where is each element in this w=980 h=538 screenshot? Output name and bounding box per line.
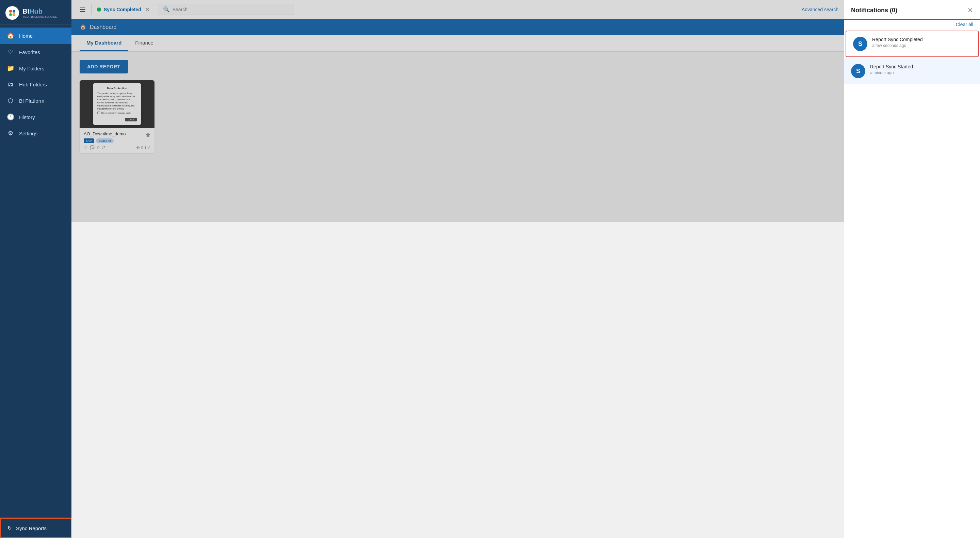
notification-message-2: Report Sync Started [870, 64, 913, 69]
views-count: 0 [141, 146, 143, 150]
notification-content-1: Report Sync Completed a few seconds ago [872, 37, 923, 48]
my-folders-icon: 📁 [7, 65, 14, 72]
notification-time-1: a few seconds ago [872, 43, 923, 48]
modal-close-button[interactable]: Close [125, 117, 137, 121]
add-report-button[interactable]: ADD REPORT [80, 60, 128, 73]
sidebar-item-bi-platform[interactable]: ⬡ BI Platform [0, 92, 72, 109]
report-card-body: AO_Downtime_demo 🗑 SAP BOBJ Int ♡ 💬 0 ⇄ … [80, 128, 154, 153]
notifications-header: Notifications (0) ✕ [844, 0, 980, 20]
sidebar-item-bi-platform-label: BI Platform [19, 98, 44, 104]
notifications-list: S Report Sync Completed a few seconds ag… [844, 29, 980, 538]
logo-text: BIHub YOUR BI SEARCH ENGINE [22, 8, 57, 18]
tab-my-dashboard[interactable]: My Dashboard [80, 35, 128, 51]
report-card: Data Protection This product contains op… [80, 80, 154, 153]
notification-time-2: a minute ago [870, 70, 913, 75]
logo-icon [5, 6, 19, 20]
sidebar-item-hub-folders[interactable]: 🗂 Hub Folders [0, 76, 72, 92]
sidebar-item-history[interactable]: 🕐 History [0, 109, 72, 125]
like-icon[interactable]: ♡ [84, 145, 87, 150]
sidebar-bottom: ↻ Sync Reports [0, 517, 72, 538]
comment-count: 0 [97, 146, 99, 150]
sync-reports-button[interactable]: ↻ Sync Reports [0, 518, 72, 538]
main-area: ☰ Sync Completed ✕ 🔍 Advanced search 🏠 D… [72, 0, 844, 538]
notification-content-2: Report Sync Started a minute ago [870, 64, 913, 75]
notification-item-1[interactable]: S Report Sync Completed a few seconds ag… [846, 30, 978, 57]
advanced-search-link[interactable]: Advanced search [802, 7, 838, 12]
svg-point-0 [9, 10, 12, 13]
content-area: 🏠 Dashboard My Dashboard Finance ADD REP… [72, 19, 844, 538]
sap-tag: SAP [84, 138, 94, 143]
report-name: AO_Downtime_demo [84, 131, 126, 136]
sidebar-item-history-label: History [19, 114, 35, 120]
logo: BIHub YOUR BI SEARCH ENGINE [0, 0, 72, 25]
logo-hub: Hub [29, 8, 43, 15]
data-protection-modal: Data Protection This product contains op… [93, 83, 141, 125]
sidebar-item-settings-label: Settings [19, 130, 37, 136]
share-icon[interactable]: ⇄ [102, 145, 105, 150]
dashboard-tabs: My Dashboard Finance [72, 35, 844, 52]
search-bar[interactable]: 🔍 [158, 4, 294, 15]
hub-folders-icon: 🗂 [7, 81, 14, 88]
svg-point-2 [9, 13, 12, 16]
notifications-title: Notifications (0) [851, 7, 897, 14]
comment-icon[interactable]: 💬 [90, 145, 95, 150]
modal-body: This product contains open or freely con… [97, 92, 137, 111]
sidebar-item-my-folders-label: My Folders [19, 66, 44, 71]
notification-avatar-2: S [851, 64, 865, 78]
report-actions: ♡ 💬 0 ⇄ 👁 0 ℹ ⤢ [84, 145, 150, 150]
sync-dot-icon [97, 8, 101, 11]
notifications-close-icon[interactable]: ✕ [967, 6, 973, 14]
hamburger-icon[interactable]: ☰ [77, 3, 89, 16]
settings-icon: ⚙ [7, 130, 14, 137]
modal-checkbox[interactable] [97, 111, 100, 114]
bi-platform-icon: ⬡ [7, 97, 14, 105]
sync-reports-icon: ↻ [8, 525, 12, 531]
sidebar-item-favorites-label: Favorites [19, 49, 40, 55]
tab-finance[interactable]: Finance [128, 35, 160, 51]
sidebar-nav: 🏠 Home ♡ Favorites 📁 My Folders 🗂 Hub Fo… [0, 25, 72, 517]
favorites-icon: ♡ [7, 48, 14, 56]
info-icon[interactable]: ℹ [145, 145, 146, 150]
svg-point-3 [13, 13, 15, 16]
tab-close-icon[interactable]: ✕ [145, 7, 150, 12]
clear-all-button[interactable]: Clear all [844, 20, 980, 29]
sync-reports-label: Sync Reports [16, 525, 47, 531]
sync-completed-tab[interactable]: Sync Completed ✕ [91, 4, 155, 15]
notification-message-1: Report Sync Completed [872, 37, 923, 42]
sidebar-item-hub-folders-label: Hub Folders [19, 82, 47, 87]
search-icon: 🔍 [163, 6, 170, 13]
report-card-image: Data Protection This product contains op… [80, 80, 154, 128]
expand-icon[interactable]: ⤢ [147, 145, 150, 150]
history-icon: 🕐 [7, 113, 14, 121]
dashboard-header-icon: 🏠 [80, 24, 86, 30]
tab-label: Sync Completed [104, 7, 141, 12]
sidebar-item-home[interactable]: 🏠 Home [0, 27, 72, 44]
notification-item-2[interactable]: S Report Sync Started a minute ago [844, 59, 980, 84]
notification-avatar-1: S [853, 37, 867, 51]
sidebar-item-settings[interactable]: ⚙ Settings [0, 125, 72, 141]
bobj-tag: BOBJ Int [96, 138, 114, 143]
notifications-panel: Notifications (0) ✕ Clear all S Report S… [844, 0, 980, 538]
sidebar-item-home-label: Home [19, 33, 33, 39]
delete-report-icon[interactable]: 🗑 [146, 132, 150, 138]
dashboard-header-label: Dashboard [90, 24, 116, 30]
views-icon: 👁 [136, 146, 140, 150]
logo-sub: YOUR BI SEARCH ENGINE [22, 15, 57, 18]
logo-bi: BI [22, 8, 29, 15]
svg-point-1 [13, 10, 15, 13]
sidebar-item-my-folders[interactable]: 📁 My Folders [0, 60, 72, 76]
home-icon: 🏠 [7, 32, 14, 40]
modal-checkbox-label: Do not show this message again. [102, 112, 131, 114]
dashboard-header: 🏠 Dashboard [72, 19, 844, 35]
search-input[interactable] [172, 7, 289, 12]
modal-title: Data Protection [97, 87, 137, 90]
sidebar-item-favorites[interactable]: ♡ Favorites [0, 44, 72, 60]
dashboard-body: ADD REPORT Data Protection This product … [72, 52, 844, 222]
sidebar: BIHub YOUR BI SEARCH ENGINE 🏠 Home ♡ Fav… [0, 0, 72, 538]
topbar: ☰ Sync Completed ✕ 🔍 Advanced search [72, 0, 844, 19]
report-tags: SAP BOBJ Int [84, 138, 150, 143]
